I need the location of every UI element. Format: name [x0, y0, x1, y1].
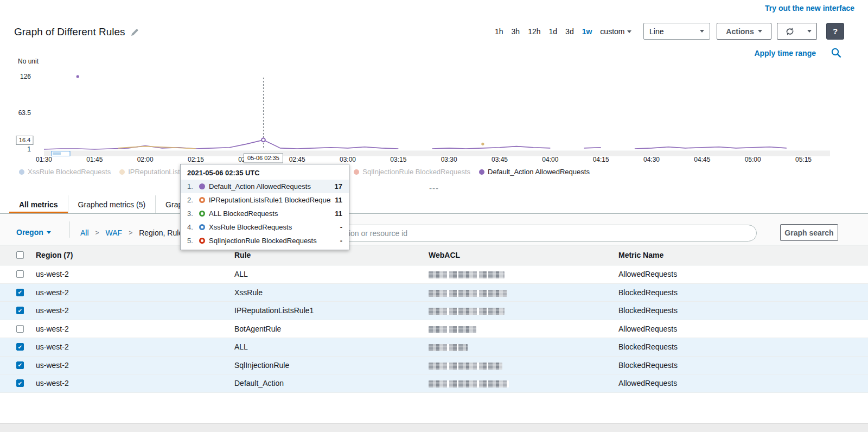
x-tick-label: 03:30	[441, 156, 457, 163]
cell-webacl	[425, 306, 615, 315]
chart-scrollbar-track[interactable]	[44, 151, 830, 156]
time-range-1w[interactable]: 1w	[582, 27, 592, 36]
chart-type-select[interactable]: Line	[643, 23, 710, 40]
graph-header: Graph of Different Rules	[14, 26, 139, 38]
tooltip-row-label: SqlInjectionRule BlockedRequests	[209, 237, 336, 245]
table-row[interactable]: ✔us-west-2IPReputationListsRule1BlockedR…	[0, 302, 868, 320]
cell-metric-name: BlockedRequests	[615, 361, 868, 370]
region-selector[interactable]: Oregon	[16, 228, 51, 237]
actions-button[interactable]: Actions	[717, 23, 771, 40]
tab-graphed-metrics-5[interactable]: Graphed metrics (5)	[68, 195, 156, 213]
legend-label: XssRule BlockedRequests	[28, 168, 111, 176]
cell-region: us-west-2	[33, 379, 231, 387]
tab-all-metrics[interactable]: All metrics	[9, 195, 68, 213]
tooltip-row-value: 17	[335, 182, 342, 190]
x-tick-label: 02:00	[137, 156, 154, 163]
chevron-down-icon	[627, 30, 631, 33]
row-checkbox-cell: ✔	[0, 361, 33, 369]
chevron-down-icon	[758, 30, 762, 33]
try-new-interface-link[interactable]: Try out the new interface	[765, 4, 854, 12]
tooltip-row-label: Default_Action AllowedRequests	[209, 182, 331, 190]
legend-label: Default_Action AllowedRequests	[488, 168, 590, 176]
cell-metric-name: BlockedRequests	[615, 288, 868, 297]
tab-label: All metrics	[19, 200, 58, 209]
webacl-redacted-value	[429, 308, 505, 315]
series-color-icon	[19, 169, 24, 175]
chart-resize-handle[interactable]: ---	[0, 183, 868, 193]
column-header-region: Region (7)	[33, 251, 231, 259]
help-button[interactable]: ?	[826, 23, 844, 40]
cell-rule: ALL	[231, 270, 425, 278]
table-row[interactable]: us-west-2BotAgentRuleAllowedRequests	[0, 320, 868, 339]
y-tick-label: 126	[20, 73, 31, 80]
table-row[interactable]: ✔us-west-2XssRuleBlockedRequests	[0, 284, 868, 302]
cell-metric-name: AllowedRequests	[615, 379, 868, 387]
time-range-1d[interactable]: 1d	[549, 27, 558, 36]
x-tick-label: 05:15	[795, 156, 812, 163]
cell-metric-name: BlockedRequests	[615, 306, 868, 315]
cell-region: us-west-2	[33, 361, 231, 370]
time-range-3d[interactable]: 3d	[565, 27, 574, 36]
metrics-chart[interactable]: 12663.5101:3001:4502:0002:1502:3002:4503…	[0, 67, 868, 168]
refresh-options-button[interactable]	[802, 23, 817, 40]
apply-time-range-link[interactable]: Apply time range	[754, 49, 816, 58]
x-tick-label: 04:00	[542, 156, 558, 163]
tooltip-row-value: -	[340, 237, 342, 245]
tooltip-row-index: 3.	[187, 209, 195, 218]
row-checkbox[interactable]	[16, 325, 24, 333]
time-range-custom[interactable]: custom	[600, 27, 631, 36]
row-checkbox[interactable]: ✔	[16, 379, 24, 387]
select-all-checkbox[interactable]	[16, 251, 24, 259]
breadcrumb-waf[interactable]: WAF	[106, 228, 123, 237]
legend-item-default-action-allowedrequests[interactable]: Default_Action AllowedRequests	[479, 168, 590, 176]
x-tick-label: 04:30	[643, 156, 660, 163]
series-line-default-action-allowedrequests	[432, 147, 551, 149]
row-checkbox[interactable]	[16, 270, 24, 278]
time-range-1h[interactable]: 1h	[495, 27, 503, 36]
chart-type-value: Line	[649, 27, 663, 36]
y-tick-label: 1	[27, 145, 31, 153]
breadcrumb-all[interactable]: All	[80, 228, 89, 237]
table-row[interactable]: ✔us-west-2Default_ActionAllowedRequests	[0, 374, 868, 393]
table-row[interactable]: ✔us-west-2ALLBlockedRequests	[0, 338, 868, 357]
time-range-group: 1h3h12h1d3d1wcustom	[495, 27, 631, 36]
cell-rule: SqlInjectionRule	[231, 361, 425, 370]
legend-item-sqlinjectionrule-blockedrequests[interactable]: SqlInjectionRule BlockedRequests	[354, 168, 470, 176]
column-header-metric-name: Metric Name	[615, 251, 868, 259]
series-line-default-action-allowedrequests	[44, 140, 398, 149]
cell-region: us-west-2	[33, 270, 231, 278]
cell-webacl	[425, 288, 615, 297]
row-checkbox[interactable]: ✔	[16, 361, 24, 369]
graph-search-button[interactable]: Graph search	[780, 224, 838, 241]
edit-pencil-icon[interactable]	[131, 28, 139, 36]
tooltip-row-label: ALL BlockedRequests	[209, 209, 331, 218]
tooltip-row: 5.SqlInjectionRule BlockedRequests-	[181, 234, 349, 247]
legend-item-xssrule-blockedrequests[interactable]: XssRule BlockedRequests	[19, 168, 111, 176]
chart-tooltip: 2021-05-06 02:35 UTC 1.Default_Action Al…	[180, 164, 349, 250]
time-range-12h[interactable]: 12h	[528, 27, 540, 36]
time-range-3h[interactable]: 3h	[512, 27, 520, 36]
table-header: Region (7) Rule WebACL Metric Name	[0, 245, 868, 265]
row-checkbox[interactable]: ✔	[16, 307, 24, 314]
row-checkbox[interactable]: ✔	[16, 343, 24, 351]
table-body: us-west-2ALLAllowedRequests✔us-west-2Xss…	[0, 265, 868, 393]
tooltip-row-index: 5.	[187, 237, 195, 245]
x-tick-label: 02:45	[289, 156, 305, 163]
zoom-search-icon[interactable]	[831, 47, 842, 59]
bottom-scrollbar[interactable]	[0, 423, 868, 432]
row-checkbox[interactable]: ✔	[16, 289, 24, 296]
cloudwatch-metrics-page: Try out the new interface Graph of Diffe…	[0, 0, 868, 432]
cell-webacl	[425, 325, 615, 333]
refresh-button[interactable]	[777, 23, 802, 40]
cell-rule: XssRule	[231, 288, 425, 297]
table-row[interactable]: us-west-2ALLAllowedRequests	[0, 265, 868, 284]
cell-webacl	[425, 379, 615, 387]
cell-rule: IPReputationListsRule1	[231, 306, 425, 315]
x-tick-label: 04:15	[593, 156, 609, 163]
series-marker-icon	[199, 238, 205, 244]
series-marker-icon	[199, 211, 205, 217]
chevron-down-icon	[807, 30, 812, 33]
tooltip-row: 4.XssRule BlockedRequests-	[181, 220, 349, 234]
webacl-redacted-value	[429, 290, 507, 297]
table-row[interactable]: ✔us-west-2SqlInjectionRuleBlockedRequest…	[0, 357, 868, 375]
